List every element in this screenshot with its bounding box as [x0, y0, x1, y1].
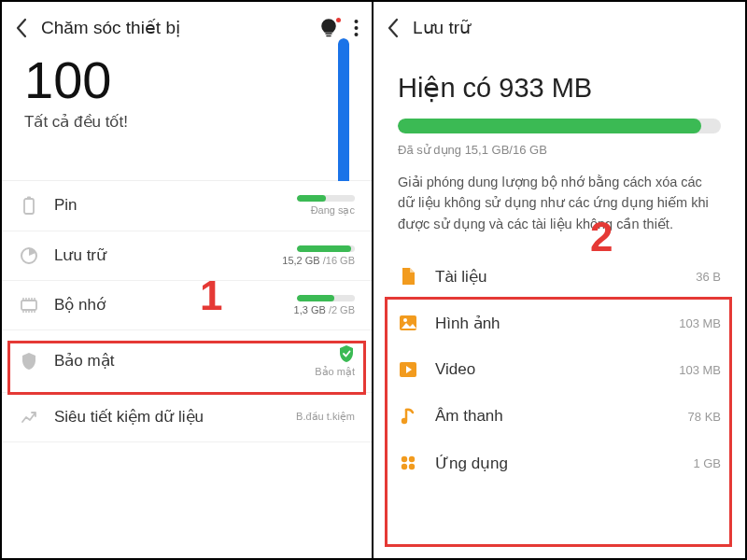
svg-point-12	[409, 456, 415, 462]
category-size: 36 B	[696, 270, 721, 284]
memory-row[interactable]: Bộ nhớ 1,3 GB /2 GB	[2, 281, 372, 330]
storage-headline: Hiện có 933 MB	[398, 72, 721, 104]
row-label: Bộ nhớ	[54, 295, 247, 315]
storage-bar	[297, 245, 355, 252]
storage-text: 15,2 GB /16 GB	[282, 255, 355, 266]
page-title: Chăm sóc thiết bị	[41, 17, 307, 38]
category-list: Tài liệu 36 B Hình ảnh 103 MB Video 103 …	[398, 253, 721, 486]
svg-point-2	[355, 33, 359, 36]
svg-point-14	[409, 464, 415, 469]
category-size: 103 MB	[679, 316, 721, 330]
category-size: 78 KB	[688, 410, 721, 424]
svg-point-1	[355, 26, 359, 30]
video-icon	[398, 359, 418, 380]
shield-icon	[19, 351, 39, 371]
security-status-icon	[338, 344, 355, 363]
category-size: 1 GB	[693, 456, 721, 470]
device-care-screen: Chăm sóc thiết bị 100 Tất cả đều tốt!	[2, 2, 374, 558]
category-label: Âm thanh	[435, 407, 671, 426]
care-list: Pin Đang sạc Lưu trữ 15,2 GB /16 GB	[2, 180, 372, 442]
security-row[interactable]: Bảo mật Bảo mật	[2, 330, 372, 393]
row-label: Pin	[54, 196, 247, 215]
category-video[interactable]: Video 103 MB	[398, 346, 721, 393]
data-saver-row[interactable]: Siêu tiết kiệm dữ liệu B.đầu t.kiệm	[2, 393, 372, 442]
security-status: Bảo mật	[315, 366, 355, 378]
row-label: Bảo mật	[54, 351, 247, 371]
svg-rect-6	[21, 301, 36, 310]
storage-usage-bar	[398, 119, 721, 133]
score-section: 100 Tất cả đều tốt!	[2, 48, 372, 135]
score-value: 100	[24, 53, 349, 108]
category-documents[interactable]: Tài liệu 36 B	[398, 253, 721, 300]
battery-bar	[297, 195, 355, 202]
storage-description: Giải phóng dung lượng bộ nhớ bằng cách x…	[398, 172, 721, 234]
tips-icon[interactable]	[320, 19, 337, 37]
header: Chăm sóc thiết bị	[2, 2, 372, 48]
category-size: 103 MB	[679, 363, 721, 377]
svg-point-11	[402, 456, 407, 462]
category-apps[interactable]: Ứng dụng 1 GB	[398, 440, 721, 486]
page-title: Lưu trữ	[413, 17, 732, 38]
storage-row[interactable]: Lưu trữ 15,2 GB /16 GB	[2, 231, 372, 281]
category-label: Hình ảnh	[435, 314, 662, 333]
svg-point-0	[355, 20, 359, 23]
header: Lưu trữ	[374, 2, 745, 48]
back-icon[interactable]	[387, 18, 400, 38]
svg-rect-4	[27, 197, 31, 200]
audio-icon	[398, 406, 418, 427]
memory-icon	[19, 295, 39, 315]
data-saver-icon	[19, 407, 39, 427]
data-saver-status: B.đầu t.kiệm	[296, 411, 355, 423]
memory-text: 1,3 GB /2 GB	[294, 304, 355, 315]
battery-icon	[19, 195, 39, 216]
row-label: Siêu tiết kiệm dữ liệu	[54, 407, 247, 427]
svg-rect-3	[24, 199, 34, 214]
storage-screen: Lưu trữ Hiện có 933 MB Đã sử dụng 15,1 G…	[374, 2, 745, 558]
category-label: Tài liệu	[435, 267, 679, 287]
score-subtitle: Tất cả đều tốt!	[24, 112, 349, 132]
back-icon[interactable]	[15, 18, 28, 38]
svg-point-10	[402, 418, 407, 424]
category-label: Video	[435, 360, 662, 379]
battery-row[interactable]: Pin Đang sạc	[2, 181, 372, 231]
category-label: Ứng dụng	[435, 454, 676, 473]
storage-used-text: Đã sử dụng 15,1 GB/16 GB	[398, 143, 721, 157]
svg-point-13	[402, 464, 407, 469]
svg-point-8	[403, 318, 407, 322]
category-images[interactable]: Hình ảnh 103 MB	[398, 300, 721, 346]
storage-icon	[19, 245, 39, 266]
document-icon	[398, 266, 418, 287]
notification-dot-icon	[336, 18, 341, 22]
row-label: Lưu trữ	[54, 245, 247, 265]
memory-bar	[297, 295, 355, 301]
category-audio[interactable]: Âm thanh 78 KB	[398, 393, 721, 440]
apps-icon	[398, 453, 418, 473]
image-icon	[398, 313, 418, 333]
battery-status: Đang sạc	[311, 204, 355, 217]
more-icon[interactable]	[354, 19, 359, 37]
